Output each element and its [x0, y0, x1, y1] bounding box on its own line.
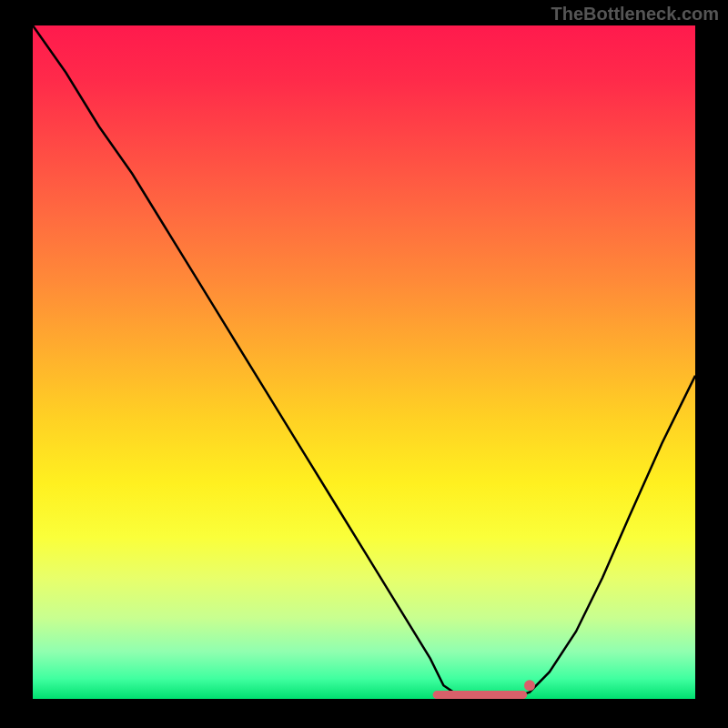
- chart-svg: [33, 25, 695, 699]
- bottleneck-curve-path: [33, 25, 695, 699]
- optimal-point-marker: [524, 680, 535, 691]
- chart-plot-area: [33, 25, 695, 699]
- watermark-text: TheBottleneck.com: [551, 4, 719, 25]
